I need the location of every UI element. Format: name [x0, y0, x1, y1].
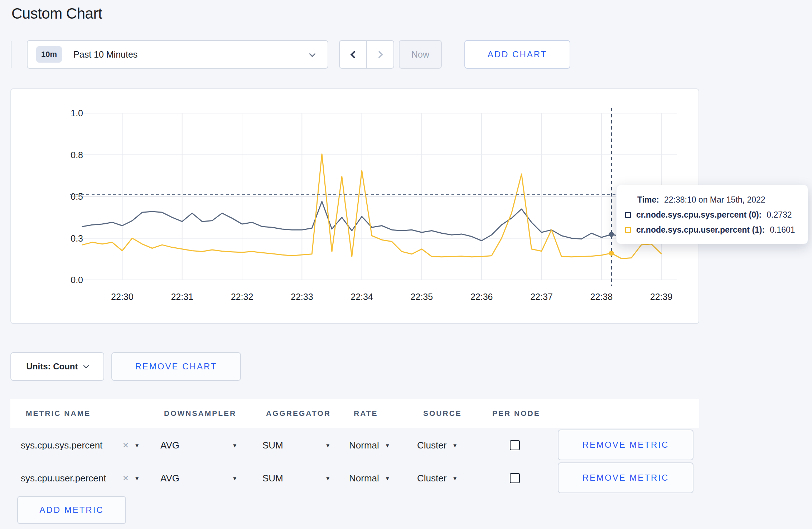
caret-down-icon: ▼ — [325, 442, 330, 448]
caret-down-icon: ▼ — [452, 442, 458, 448]
remove-metric-x-icon[interactable]: × — [123, 472, 129, 484]
caret-down-icon: ▼ — [385, 442, 390, 448]
source-value: Cluster — [417, 440, 446, 451]
svg-text:22:37: 22:37 — [530, 292, 553, 302]
downsampler-select[interactable]: AVG ▼ — [160, 462, 237, 495]
tooltip-series-value: 0.1601 — [770, 225, 795, 235]
svg-text:22:38: 22:38 — [590, 292, 613, 302]
tooltip-series-row: cr.node.sys.cpu.sys.percent (0): 0.2732 — [625, 207, 799, 222]
svg-text:22:32: 22:32 — [231, 292, 253, 302]
svg-text:0.5: 0.5 — [71, 191, 83, 202]
metric-name-select[interactable]: sys.cpu.user.percent × ▼ — [21, 462, 140, 495]
chart-tooltip: Time: 22:38:10 on Mar 15th, 2022 cr.node… — [616, 185, 808, 244]
remove-metric-button[interactable]: REMOVE METRIC — [558, 462, 693, 493]
svg-text:22:39: 22:39 — [650, 292, 673, 302]
svg-text:22:30: 22:30 — [111, 292, 134, 302]
tooltip-series-row: cr.node.sys.cpu.user.percent (1): 0.1601 — [625, 222, 799, 237]
column-header-metric-name: METRIC NAME — [26, 399, 91, 428]
caret-down-icon: ▼ — [232, 442, 237, 448]
add-chart-button[interactable]: ADD CHART — [464, 40, 570, 69]
chart-card: 0.00.30.50.81.022:3022:3122:3222:3322:34… — [10, 88, 699, 324]
metric-name-select[interactable]: sys.cpu.sys.percent × ▼ — [21, 429, 140, 462]
per-node-checkbox[interactable] — [510, 473, 520, 483]
tooltip-time-label: Time: — [637, 195, 659, 205]
chevron-down-icon — [83, 363, 89, 368]
tooltip-series-value: 0.2732 — [767, 210, 792, 220]
source-select[interactable]: Cluster ▼ — [417, 462, 458, 495]
svg-text:0.3: 0.3 — [71, 233, 83, 243]
svg-text:22:35: 22:35 — [411, 292, 433, 302]
next-time-button[interactable] — [367, 41, 393, 68]
caret-down-icon: ▼ — [232, 475, 237, 481]
time-range-dropdown[interactable]: 10m Past 10 Minutes — [27, 40, 328, 69]
aggregator-value: SUM — [262, 473, 283, 484]
metric-name-value: sys.cpu.user.percent — [21, 473, 106, 484]
series-sys-legend-icon — [625, 212, 631, 218]
tooltip-series-label: cr.node.sys.cpu.sys.percent (0): — [636, 210, 762, 220]
per-node-checkbox[interactable] — [510, 440, 520, 450]
aggregator-select[interactable]: SUM ▼ — [262, 429, 330, 462]
time-range-badge: 10m — [36, 46, 62, 63]
caret-down-icon: ▼ — [385, 475, 390, 481]
rate-value: Normal — [349, 473, 379, 484]
caret-down-icon: ▼ — [325, 475, 330, 481]
source-value: Cluster — [417, 473, 446, 484]
toolbar-accent-divider — [11, 41, 11, 68]
downsampler-value: AVG — [160, 440, 179, 451]
time-pager — [339, 40, 394, 69]
custom-chart-page: Custom Chart 10m Past 10 Minutes Now ADD… — [0, 0, 812, 529]
metric-name-value: sys.cpu.sys.percent — [21, 440, 102, 451]
page-title: Custom Chart — [11, 5, 102, 22]
metric-row: sys.cpu.sys.percent × ▼ AVG ▼ SUM ▼ Norm… — [10, 429, 699, 462]
caret-down-icon: ▼ — [452, 475, 458, 481]
svg-text:22:36: 22:36 — [470, 292, 493, 302]
source-select[interactable]: Cluster ▼ — [417, 429, 458, 462]
rate-select[interactable]: Normal ▼ — [349, 462, 390, 495]
column-header-source: SOURCE — [423, 399, 462, 428]
caret-down-icon: ▼ — [134, 442, 140, 448]
caret-down-icon: ▼ — [134, 475, 140, 481]
aggregator-select[interactable]: SUM ▼ — [262, 462, 330, 495]
downsampler-value: AVG — [160, 473, 179, 484]
now-button[interactable]: Now — [399, 40, 442, 69]
remove-metric-x-icon[interactable]: × — [123, 440, 129, 451]
time-range-label: Past 10 Minutes — [73, 49, 137, 60]
chevron-right-icon — [375, 50, 383, 58]
column-header-rate: RATE — [354, 399, 378, 428]
svg-text:22:33: 22:33 — [291, 292, 313, 302]
add-metric-button[interactable]: ADD METRIC — [17, 496, 126, 524]
svg-text:0.8: 0.8 — [71, 150, 83, 160]
units-dropdown[interactable]: Units: Count — [10, 352, 104, 381]
rate-select[interactable]: Normal ▼ — [349, 429, 390, 462]
remove-chart-button[interactable]: REMOVE CHART — [111, 352, 241, 381]
metric-row: sys.cpu.user.percent × ▼ AVG ▼ SUM ▼ Nor… — [10, 462, 699, 495]
chevron-left-icon — [350, 50, 358, 58]
units-label: Units: Count — [26, 361, 78, 372]
tooltip-time-row: Time: 22:38:10 on Mar 15th, 2022 — [625, 192, 799, 207]
cpu-usage-chart[interactable]: 0.00.30.50.81.022:3022:3122:3222:3322:34… — [10, 88, 699, 324]
series-user-legend-icon — [625, 227, 631, 233]
aggregator-value: SUM — [262, 440, 283, 451]
downsampler-select[interactable]: AVG ▼ — [160, 429, 237, 462]
column-header-per-node: PER NODE — [492, 399, 540, 428]
column-header-downsampler: DOWNSAMPLER — [164, 399, 236, 428]
column-header-aggregator: AGGREGATOR — [266, 399, 331, 428]
svg-text:1.0: 1.0 — [71, 108, 83, 118]
svg-text:22:31: 22:31 — [171, 292, 193, 302]
remove-metric-button[interactable]: REMOVE METRIC — [558, 429, 693, 460]
rate-value: Normal — [349, 440, 379, 451]
svg-text:0.0: 0.0 — [71, 275, 83, 285]
metrics-table-header: METRIC NAME DOWNSAMPLER AGGREGATOR RATE … — [10, 399, 699, 428]
svg-text:22:34: 22:34 — [351, 292, 373, 302]
tooltip-series-label: cr.node.sys.cpu.user.percent (1): — [636, 225, 765, 235]
prev-time-button[interactable] — [340, 41, 367, 68]
tooltip-time-value: 22:38:10 on Mar 15th, 2022 — [664, 195, 765, 205]
chevron-down-icon — [309, 50, 315, 57]
